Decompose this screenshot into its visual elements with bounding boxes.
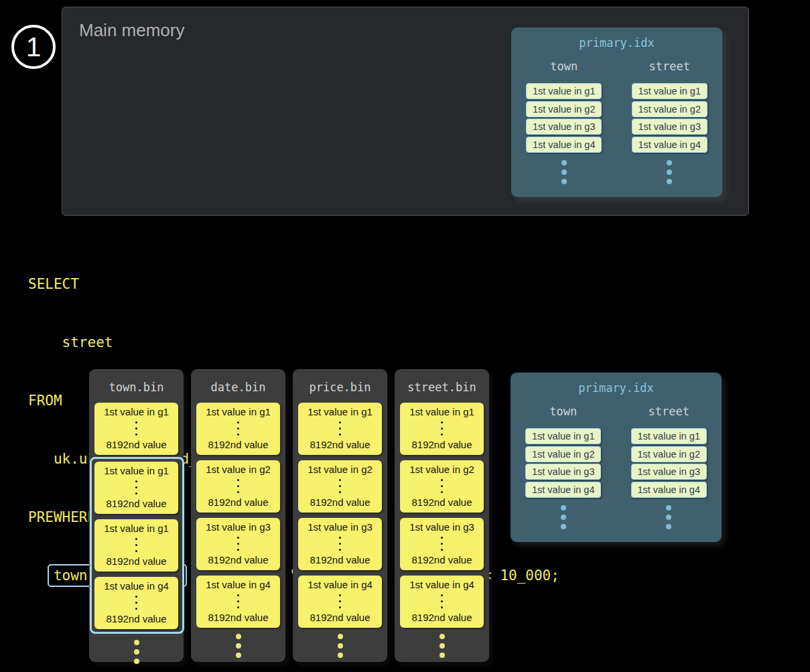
granule-last-value: 8192nd value <box>411 496 472 508</box>
granule-card: 1st value in g1 8192nd value <box>400 403 484 455</box>
idx-column-street-header: street <box>649 60 690 73</box>
idx-street-entries: 1st value in g1 1st value in g2 1st valu… <box>631 428 707 499</box>
vertical-ellipsis <box>339 421 341 435</box>
primary-idx-title: primary.idx <box>511 373 722 395</box>
street-granules: 1st value in g1 8192nd value 1st value i… <box>400 403 484 628</box>
granule-last-value: 8192nd value <box>106 439 166 450</box>
granule-first-value: 1st value in g3 <box>308 521 373 533</box>
vertical-ellipsis <box>441 594 443 608</box>
bin-file-price-title: price.bin <box>293 381 387 394</box>
idx-column-street: street 1st value in g1 1st value in g2 1… <box>617 60 723 188</box>
bin-file-street-title: street.bin <box>395 381 489 394</box>
granule-card: 1st value in g1 8192nd value <box>298 403 382 455</box>
date-granules: 1st value in g1 8192nd value 1st value i… <box>196 403 280 628</box>
main-memory-box: Main memory primary.idx town 1st value i… <box>62 7 749 216</box>
granule-first-value: 1st value in g1 <box>104 406 169 417</box>
granule-first-value: 1st value in g2 <box>308 464 373 475</box>
granule-card: 1st value in g1 8192nd value <box>94 403 178 455</box>
selected-granules-box: 1st value in g1 8192nd value 1st value i… <box>90 457 184 634</box>
vertical-ellipsis <box>135 596 137 610</box>
vertical-ellipsis <box>339 594 341 608</box>
unselected-granules: 1st value in g1 8192nd value <box>94 403 178 455</box>
step-number: 1 <box>26 32 41 62</box>
granule-first-value: 1st value in g1 <box>104 465 169 476</box>
granule-first-value: 1st value in g4 <box>206 579 271 590</box>
granule-last-value: 8192nd value <box>411 554 472 565</box>
selected-granules: 1st value in g1 8192nd value 1st value i… <box>94 462 180 629</box>
more-granules-ellipsis <box>236 634 241 658</box>
index-mark-entry: 1st value in g4 <box>525 482 601 498</box>
granule-card: 1st value in g1 8192nd value <box>94 462 178 514</box>
index-mark-entry: 1st value in g4 <box>631 482 707 498</box>
vertical-ellipsis <box>441 537 443 551</box>
granule-first-value: 1st value in g3 <box>206 521 271 533</box>
idx-column-street: street 1st value in g1 1st value in g2 1… <box>616 405 722 533</box>
price-granules: 1st value in g1 8192nd value 1st value i… <box>298 403 382 628</box>
more-granules-ellipsis <box>134 640 139 664</box>
more-granules-ellipsis <box>338 634 343 658</box>
index-mark-entry: 1st value in g2 <box>526 101 602 117</box>
granule-card: 1st value in g2 8192nd value <box>400 460 484 513</box>
bin-file-price: price.bin 1st value in g1 8192nd value 1… <box>293 369 387 662</box>
granule-card: 1st value in g1 8192nd value <box>94 519 178 572</box>
vertical-ellipsis <box>339 479 341 493</box>
primary-idx-columns: town 1st value in g1 1st value in g2 1st… <box>511 60 722 188</box>
granule-last-value: 8192nd value <box>106 498 166 509</box>
granule-first-value: 1st value in g2 <box>206 464 271 475</box>
town-granules: 1st value in g1 8192nd value 1st value i… <box>94 403 178 634</box>
bin-file-date-title: date.bin <box>191 381 285 394</box>
more-entries-ellipsis <box>561 160 567 188</box>
granule-last-value: 8192nd value <box>310 612 370 623</box>
index-mark-entry: 1st value in g2 <box>631 446 707 462</box>
granule-first-value: 1st value in g4 <box>409 579 474 590</box>
granule-card: 1st value in g3 8192nd value <box>298 518 382 570</box>
granule-first-value: 1st value in g1 <box>206 406 271 417</box>
index-mark-entry: 1st value in g2 <box>632 101 707 117</box>
vertical-ellipsis <box>339 537 341 551</box>
index-mark-entry: 1st value in g1 <box>631 428 707 444</box>
idx-town-entries: 1st value in g1 1st value in g2 1st valu… <box>525 428 601 499</box>
granule-first-value: 1st value in g1 <box>308 406 373 417</box>
index-mark-entry: 1st value in g3 <box>525 464 601 480</box>
vertical-ellipsis <box>237 479 239 493</box>
index-mark-entry: 1st value in g3 <box>632 119 707 135</box>
vertical-ellipsis <box>135 480 137 494</box>
sql-line: street <box>28 333 559 352</box>
granule-card: 1st value in g2 8192nd value <box>298 460 382 513</box>
granule-first-value: 1st value in g4 <box>104 580 169 592</box>
bin-file-date: date.bin 1st value in g1 8192nd value 1s… <box>191 369 285 662</box>
granule-card: 1st value in g4 8192nd value <box>196 576 280 628</box>
step-1-badge: 1 <box>11 25 56 69</box>
main-memory-label: Main memory <box>79 20 184 41</box>
granule-last-value: 8192nd value <box>310 554 370 565</box>
granule-last-value: 8192nd value <box>106 613 166 624</box>
granule-card: 1st value in g4 8192nd value <box>298 576 382 628</box>
granule-last-value: 8192nd value <box>411 439 472 450</box>
diagram-canvas: 1 Main memory primary.idx town 1st value… <box>0 0 810 672</box>
sql-line: SELECT <box>28 275 559 294</box>
vertical-ellipsis <box>237 421 239 435</box>
granule-card: 1st value in g1 8192nd value <box>196 403 280 455</box>
idx-column-town: town 1st value in g1 1st value in g2 1st… <box>511 60 617 188</box>
granule-first-value: 1st value in g1 <box>104 523 169 534</box>
granule-card: 1st value in g4 8192nd value <box>400 576 484 628</box>
granule-first-value: 1st value in g4 <box>308 579 373 590</box>
granule-last-value: 8192nd value <box>208 496 268 508</box>
index-mark-entry: 1st value in g3 <box>631 464 707 480</box>
granule-last-value: 8192nd value <box>310 496 370 508</box>
primary-idx-panel-memory: primary.idx town 1st value in g1 1st val… <box>511 27 722 197</box>
granule-card: 1st value in g2 8192nd value <box>196 460 280 513</box>
index-mark-entry: 1st value in g2 <box>525 446 601 462</box>
granule-first-value: 1st value in g1 <box>409 406 474 417</box>
index-mark-entry: 1st value in g4 <box>632 137 707 153</box>
vertical-ellipsis <box>441 479 443 493</box>
idx-column-town: town 1st value in g1 1st value in g2 1st… <box>511 405 616 533</box>
vertical-ellipsis <box>135 538 137 552</box>
granule-card: 1st value in g4 8192nd value <box>94 577 178 629</box>
index-mark-entry: 1st value in g1 <box>525 428 601 444</box>
more-entries-ellipsis <box>667 160 672 188</box>
idx-town-entries: 1st value in g1 1st value in g2 1st valu… <box>526 83 602 154</box>
granule-card: 1st value in g3 8192nd value <box>400 518 484 570</box>
granule-last-value: 8192nd value <box>208 612 268 623</box>
more-granules-ellipsis <box>440 634 445 658</box>
